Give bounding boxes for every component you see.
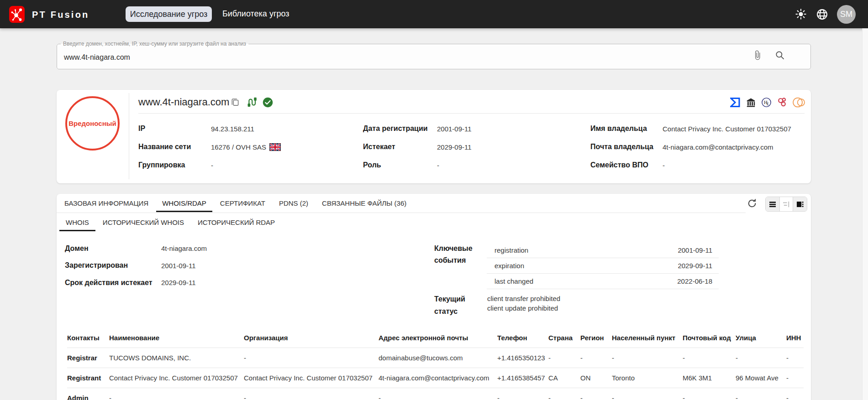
svg-text:E: E <box>767 102 769 106</box>
